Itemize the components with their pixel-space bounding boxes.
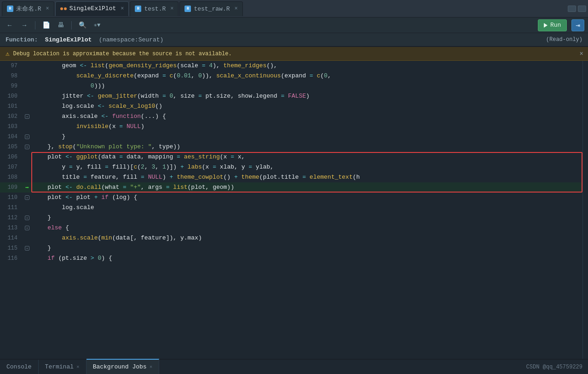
window-controls [568,6,586,12]
terminal-tab-close[interactable]: × [76,364,80,370]
fold-104[interactable]: ▾ [25,134,29,139]
tab-unnamed[interactable]: R 未命名.R × [2,1,54,16]
warning-icon: ⚠ [6,50,9,58]
toolbar: ← → 📄 🖶 🔍 ✳▼ Run ⇥ [0,18,588,33]
line-number-101: 101 [0,101,23,111]
show-in-files-button[interactable]: 📄 [40,19,52,31]
maximize-button[interactable] [578,6,586,12]
code-line-111: 111 log.scale [0,203,582,213]
line-number-104: 104 [0,132,23,142]
line-text-101: log.scale <- scale_x_log10() [31,101,162,111]
code-line-116: 116 if (pt.size > 0) { [0,253,582,263]
r-file-icon-2: R [135,6,141,12]
function-header: Function: SingleExlPlot (namespace:Seura… [0,33,588,47]
fold-110[interactable]: ▾ [25,195,29,200]
line-text-102: axis.scale <- function(...) { [31,111,166,122]
code-line-102: 102 ▾ axis.scale <- function(...) { [0,111,582,122]
sep1 [35,21,35,29]
function-namespace: (namespace:Seurat) [99,36,163,43]
readonly-badge: (Read-only) [546,36,582,43]
debug-warning-bar: ⚠ Debug location is approximate because … [0,47,588,61]
gutter-115[interactable]: ▾ [23,246,31,251]
line-text-104: } [31,132,65,142]
line-number-103: 103 [0,122,23,132]
line-number-99: 99 [0,81,23,91]
gutter-105[interactable]: ▾ [23,145,31,149]
line-text-116: if (pt.size > 0) { [31,253,112,263]
line-text-103: invisible(x = NULL) [31,122,144,132]
r-file-icon: R [7,6,13,12]
tab-label-unnamed: 未命名.R [16,5,41,13]
warning-text: Debug location is approximate because th… [13,51,231,57]
gutter-112[interactable]: ▾ [23,216,31,220]
line-text-110: plot <- plot + if (log) { [31,193,137,203]
tab-close-singleexlplot[interactable]: × [121,6,124,12]
line-text-108: title = feature, fill = NULL) + theme_co… [31,172,360,182]
background-jobs-tab-close[interactable]: × [150,364,153,370]
tab-test-raw[interactable]: R test_raw.R × [179,1,242,16]
line-number-100: 100 [0,91,23,101]
line-number-116: 116 [0,253,23,263]
minimize-button[interactable] [568,6,576,12]
line-text-107: y = y, fill = fill)[c(2, 3, 1)]) + labs(… [31,162,274,172]
bottom-panel: Console Terminal × Background Jobs × CSD… [0,359,588,374]
fold-113[interactable]: ▾ [25,226,29,230]
code-line-100: 100 jitter <- geom_jitter(width = 0, siz… [0,91,582,101]
code-line-97: 97 geom <- list(geom_density_ridges(scal… [0,61,582,71]
tab-close-test[interactable]: × [170,6,173,12]
line-number-113: 113 [0,223,23,233]
tab-label-singleexlplot: SingleExlPlot [69,5,116,12]
fold-112[interactable]: ▾ [25,216,29,220]
line-number-109: 109 [0,182,23,193]
gutter-110[interactable]: ▾ [23,195,31,200]
line-text-113: else { [31,223,69,233]
fold-105[interactable]: ▾ [25,145,29,149]
warning-close-button[interactable]: × [580,50,583,58]
tab-test[interactable]: R test.R × [130,1,179,16]
code-line-108: 108 title = feature, fill = NULL) + them… [0,172,582,182]
source-label: ⇥ [576,21,580,30]
tab-close-test-raw[interactable]: × [234,6,237,12]
print-button[interactable]: 🖶 [55,19,67,31]
line-number-110: 110 [0,193,23,203]
scrollbar-area[interactable] [582,61,588,359]
line-number-114: 114 [0,233,23,243]
source-button[interactable]: ⇥ [571,19,584,31]
code-line-98: 98 scale_y_discrete(expand = c(0.01, 0))… [0,71,582,81]
gutter-104[interactable]: ▾ [23,134,31,139]
background-jobs-tab-label: Background Jobs [93,363,147,370]
bottom-tab-console[interactable]: Console [0,360,39,374]
fold-102[interactable]: ▾ [25,114,29,119]
tab-singleexlplot[interactable]: SingleExlPlot × [55,1,129,16]
line-text-109: plot <- do.call(what = "+", args = list(… [31,182,234,193]
line-text-111: log.scale [31,203,94,213]
tab-label-test: test.R [144,6,166,12]
fold-115[interactable]: ▾ [25,246,29,251]
line-text-106: plot <- ggplot(data = data, mapping = ae… [31,152,245,162]
sep2 [71,21,72,29]
gutter-113[interactable]: ▾ [23,226,31,230]
code-line-115: 115 ▾ } [0,243,582,253]
gutter-102[interactable]: ▾ [23,114,31,119]
line-text-105: }, stop("Unknown plot type: ", type)) [31,142,180,152]
r-file-icon-3: R [184,6,191,12]
tab-close-unnamed[interactable]: × [46,6,49,12]
code-line-114: 114 axis.scale(min(data[, feature]), y.m… [0,233,582,243]
tab-bar: R 未命名.R × SingleExlPlot × R test.R × R t… [0,0,588,18]
status-bar: CSDN @qq_45759229 [526,360,588,374]
dots-icon [60,6,67,12]
console-tab-label: Console [6,363,32,370]
code-line-104: 104 ▾ } [0,132,582,142]
back-button[interactable]: ← [4,19,16,31]
bottom-tab-terminal[interactable]: Terminal × [39,360,86,374]
forward-button[interactable]: → [18,19,30,31]
run-button[interactable]: Run [538,19,567,31]
terminal-tab-label: Terminal [45,363,74,370]
line-number-107: 107 [0,162,23,172]
function-prefix: Function: [6,36,38,43]
search-button[interactable]: 🔍 [76,19,88,31]
tools-button[interactable]: ✳▼ [91,19,103,31]
code-line-110: 110 ▾ plot <- plot + if (log) { [0,193,582,203]
bottom-tab-background-jobs[interactable]: Background Jobs × [86,359,160,374]
code-line-109: 109 ➡ plot <- do.call(what = "+", args =… [0,182,582,193]
